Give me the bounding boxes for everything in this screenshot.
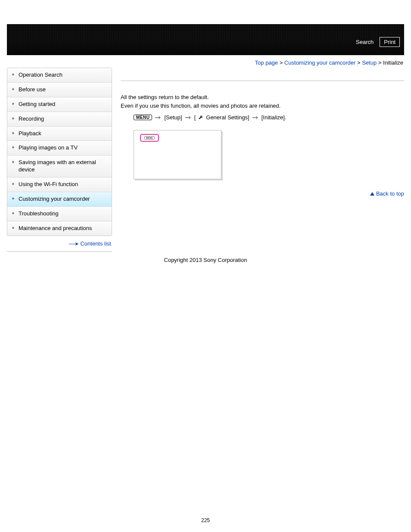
sidebar-item-label: Operation Search: [19, 72, 62, 78]
sidebar-item-saving-external[interactable]: Saving images with an external device: [7, 156, 112, 177]
sidebar-item-label: Playing images on a TV: [19, 144, 78, 151]
arrow-right-icon: ──➤: [69, 241, 78, 247]
print-button[interactable]: Print: [380, 37, 400, 47]
contents-list-link[interactable]: Contents list: [80, 240, 111, 247]
screen-illustration: MENU: [134, 130, 221, 179]
path-setup: [Setup]: [164, 114, 182, 121]
arrow-right-icon: [155, 115, 162, 120]
sidebar-item-getting-started[interactable]: Getting started: [7, 97, 112, 112]
sidebar-item-troubleshooting[interactable]: Troubleshooting: [7, 207, 112, 221]
breadcrumb-sep: >: [378, 59, 382, 66]
sidebar-item-label: Getting started: [19, 101, 55, 107]
sidebar-item-playback[interactable]: Playback: [7, 127, 112, 141]
breadcrumb-sep: >: [280, 59, 283, 66]
path-initialize: [Initialize].: [262, 114, 286, 121]
arrow-right-icon: [185, 115, 192, 120]
sidebar-item-label: Playback: [19, 130, 41, 137]
sidebar-item-maintenance[interactable]: Maintenance and precautions: [7, 221, 112, 236]
content-line-1: All the settings return to the default.: [121, 93, 404, 102]
copyright-text: Copyright 2013 Sony Corporation: [0, 257, 411, 263]
sidebar-item-label: Customizing your camcorder: [19, 196, 90, 202]
sidebar-item-label: Maintenance and precautions: [19, 225, 92, 231]
header-band: Search Print: [7, 24, 404, 55]
sidebar-item-customizing[interactable]: Customizing your camcorder: [7, 192, 112, 207]
nav-list: Operation Search Before use Getting star…: [7, 68, 112, 236]
menu-path: MENU [Setup] [ General Settings] [Initia…: [121, 114, 404, 121]
breadcrumb-sep: >: [357, 59, 361, 66]
sidebar-item-label: Saving images with an external device: [19, 159, 96, 173]
breadcrumb: Top page > Customizing your camcorder > …: [0, 55, 411, 68]
breadcrumb-setup[interactable]: Setup: [362, 59, 377, 66]
sidebar-item-playing-on-tv[interactable]: Playing images on a TV: [7, 141, 112, 156]
title-rule: [121, 81, 404, 81]
search-link[interactable]: Search: [356, 39, 374, 45]
sidebar-item-label: Using the Wi-Fi function: [19, 181, 78, 187]
arrow-right-icon: [252, 115, 259, 120]
sidebar-item-before-use[interactable]: Before use: [7, 83, 112, 97]
path-general: General Settings]: [206, 114, 249, 121]
wrench-icon: [198, 115, 203, 120]
breadcrumb-current: Initialize: [383, 59, 403, 66]
sidebar-item-recording[interactable]: Recording: [7, 112, 112, 127]
breadcrumb-customizing[interactable]: Customizing your camcorder: [284, 59, 355, 66]
main-content: All the settings return to the default. …: [121, 68, 404, 197]
highlight-box: MENU: [140, 134, 159, 142]
path-general-bracket: [: [194, 114, 196, 121]
content-line-2: Even if you use this function, all movie…: [121, 102, 404, 110]
sidebar-item-wifi[interactable]: Using the Wi-Fi function: [7, 177, 112, 192]
back-to-top-link[interactable]: Back to top: [376, 190, 404, 197]
sidebar-item-label: Before use: [19, 86, 46, 93]
menu-badge-icon: MENU: [134, 115, 152, 120]
sidebar-item-operation-search[interactable]: Operation Search: [7, 68, 112, 83]
sidebar-item-label: Recording: [19, 115, 44, 122]
mini-menu-badge-icon: MENU: [144, 136, 155, 140]
sidebar: Operation Search Before use Getting star…: [7, 68, 112, 252]
triangle-up-icon: [370, 192, 374, 196]
sidebar-item-label: Troubleshooting: [19, 210, 59, 217]
breadcrumb-top-page[interactable]: Top page: [255, 59, 278, 66]
